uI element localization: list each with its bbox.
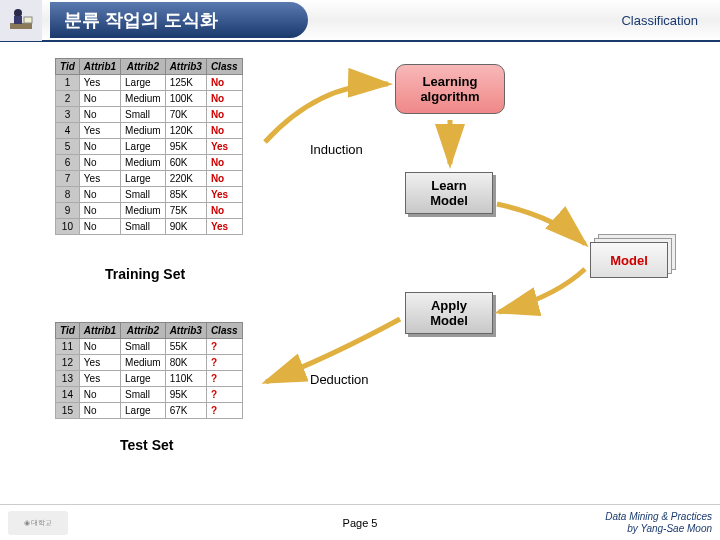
slide-footer: ◉ 대학교 Page 5 Data Mining & Practicesby Y… [0, 504, 720, 540]
svg-point-1 [14, 9, 22, 17]
learning-algorithm-box: Learning algorithm [395, 64, 505, 114]
svg-rect-3 [24, 17, 32, 23]
slide-category: Classification [621, 13, 720, 28]
test-table: TidAttrib1Attrib2Attrib3Class11NoSmall55… [55, 322, 243, 419]
footer-credit: Data Mining & Practicesby Yang-Sae Moon [605, 511, 720, 535]
diagram-content: TidAttrib1Attrib2Attrib3Class1YesLarge12… [0, 42, 720, 502]
university-logo: ◉ 대학교 [8, 511, 68, 535]
learn-model-box: Learn Model [405, 172, 493, 214]
slide-title: 분류 작업의 도식화 [50, 2, 308, 38]
apply-model-box: Apply Model [405, 292, 493, 334]
page-number: Page 5 [343, 517, 378, 529]
person-desk-icon [0, 0, 42, 41]
model-box-stack: Model [590, 242, 668, 278]
svg-rect-2 [14, 16, 22, 24]
slide-header: 분류 작업의 도식화 Classification [0, 0, 720, 42]
arrow-learning-to-learn [438, 118, 462, 176]
training-table: TidAttrib1Attrib2Attrib3Class1YesLarge12… [55, 58, 243, 235]
arrow-learn-to-model [495, 202, 595, 256]
arrow-model-to-apply [495, 267, 595, 326]
arrow-apply-to-test [260, 317, 410, 401]
test-caption: Test Set [120, 437, 173, 453]
training-caption: Training Set [105, 266, 185, 282]
arrow-train-to-learning [260, 72, 400, 166]
model-box: Model [590, 242, 668, 278]
